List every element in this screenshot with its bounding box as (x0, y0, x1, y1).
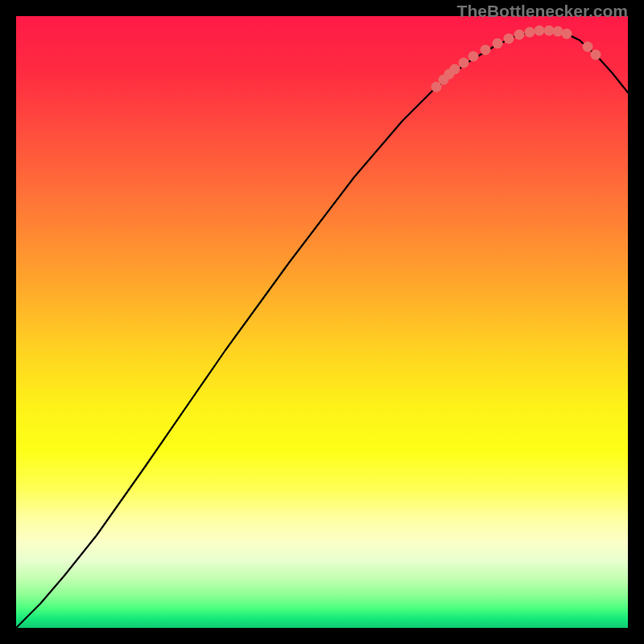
gradient-background (16, 16, 628, 628)
scatter-point (459, 58, 469, 68)
scatter-point (481, 45, 491, 56)
scatter-point (504, 34, 514, 44)
scatter-point (544, 26, 555, 36)
scatter-point (450, 64, 460, 75)
scatter-point (591, 50, 601, 60)
chart-svg (16, 16, 628, 628)
scatter-point (514, 30, 525, 40)
scatter-point (562, 29, 572, 39)
scatter-point (469, 52, 479, 62)
scatter-point (553, 27, 564, 37)
scatter-point (525, 27, 535, 38)
scatter-point (583, 42, 593, 52)
scatter-point (493, 39, 503, 49)
watermark-text: TheBottlenecker.com (457, 2, 628, 21)
scatter-point (535, 26, 545, 36)
